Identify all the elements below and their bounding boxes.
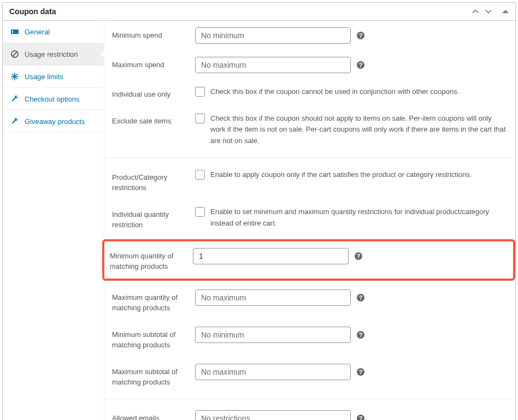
coupon-data-panel: Coupon data General	[2, 2, 516, 420]
divider	[104, 158, 515, 158]
svg-text:?: ?	[359, 415, 363, 420]
row-maximum-quantity: Maximum quantity of matching products ?	[104, 283, 515, 320]
minimum-quantity-input[interactable]	[193, 248, 349, 264]
help-icon[interactable]: ?	[356, 330, 365, 339]
svg-text:?: ?	[359, 32, 363, 39]
allowed-emails-input[interactable]	[195, 410, 351, 420]
row-maximum-spend: Maximum spend ?	[104, 50, 515, 80]
sidebar-item-label: Checkout options	[25, 95, 79, 103]
maximum-subtotal-input[interactable]	[195, 364, 351, 380]
help-icon[interactable]: ?	[356, 31, 365, 40]
individual-use-desc: Check this box if the coupon cannot be u…	[210, 86, 459, 98]
product-category-restrictions-checkbox[interactable]	[195, 170, 205, 180]
sidebar: General Usage restriction Usage limits C…	[3, 21, 104, 420]
help-icon[interactable]: ?	[356, 368, 365, 376]
minimum-subtotal-input[interactable]	[195, 327, 351, 343]
label-maximum-spend: Maximum spend	[112, 57, 195, 70]
svg-line-3	[13, 52, 17, 56]
sidebar-item-label: Giveaway products	[25, 117, 85, 126]
individual-quantity-restriction-checkbox[interactable]	[195, 207, 205, 217]
svg-rect-1	[12, 31, 13, 33]
label-minimum-spend: Minimum spend	[112, 27, 195, 41]
svg-text:?: ?	[357, 253, 361, 259]
ban-icon	[10, 50, 19, 58]
label-individual-use: Individual use only	[112, 86, 195, 100]
individual-quantity-restriction-desc: Enable to set minimum and maximum quanti…	[210, 206, 508, 229]
row-product-category-restrictions: Product/Category restrictions Enable to …	[104, 163, 515, 200]
row-individual-quantity-restriction: Individual quantity restriction Enable t…	[104, 200, 515, 237]
svg-text:?: ?	[359, 332, 363, 338]
panel-controls	[472, 8, 509, 15]
content: Minimum spend ? Maximum spend ?	[104, 21, 515, 420]
exclude-sale-checkbox[interactable]	[195, 114, 205, 123]
row-minimum-quantity: Minimum quantity of matching products ?	[102, 239, 515, 281]
sidebar-item-usage-limits[interactable]: Usage limits	[3, 66, 104, 88]
help-icon[interactable]: ?	[356, 61, 365, 69]
sidebar-item-label: General	[25, 28, 50, 36]
panel-header: Coupon data	[3, 3, 515, 21]
chevron-up-icon[interactable]	[472, 8, 479, 15]
label-exclude-sale: Exclude sale items	[112, 113, 195, 127]
svg-text:?: ?	[359, 62, 363, 68]
help-icon[interactable]: ?	[356, 293, 365, 302]
sidebar-item-label: Usage limits	[25, 73, 63, 81]
individual-use-checkbox[interactable]	[195, 87, 205, 97]
ticket-icon	[10, 27, 19, 36]
panel-title: Coupon data	[9, 7, 56, 16]
row-maximum-subtotal: Maximum subtotal of matching products ?	[104, 357, 515, 394]
chevron-down-icon[interactable]	[485, 8, 492, 15]
row-minimum-spend: Minimum spend ?	[104, 21, 515, 50]
label-minimum-subtotal: Minimum subtotal of matching products	[112, 327, 195, 351]
product-category-restrictions-desc: Enable to apply coupon only if the cart …	[210, 169, 472, 181]
label-product-category-restrictions: Product/Category restrictions	[112, 169, 195, 193]
maximum-quantity-input[interactable]	[195, 289, 351, 306]
divider	[104, 399, 515, 399]
help-icon[interactable]: ?	[356, 414, 365, 420]
exclude-sale-desc: Check this box if the coupon should not …	[210, 113, 508, 147]
row-allowed-emails: Allowed emails ?	[104, 404, 515, 420]
panel-body: General Usage restriction Usage limits C…	[3, 21, 515, 420]
adjust-icon	[10, 72, 19, 81]
sidebar-item-general[interactable]: General	[3, 21, 104, 43]
sidebar-item-usage-restriction[interactable]: Usage restriction	[3, 43, 104, 66]
row-minimum-subtotal: Minimum subtotal of matching products ?	[104, 320, 515, 357]
maximum-spend-input[interactable]	[195, 57, 351, 73]
sidebar-item-giveaway-products[interactable]: Giveaway products	[3, 110, 104, 133]
label-allowed-emails: Allowed emails	[112, 410, 195, 420]
sidebar-item-label: Usage restriction	[25, 50, 78, 58]
svg-text:?: ?	[359, 369, 363, 375]
wrench-icon	[10, 117, 19, 126]
label-minimum-quantity: Minimum quantity of matching products	[110, 248, 193, 272]
wrench-icon	[10, 94, 19, 103]
label-maximum-quantity: Maximum quantity of matching products	[112, 289, 195, 313]
collapse-icon[interactable]	[502, 8, 509, 15]
svg-text:?: ?	[359, 294, 363, 301]
sidebar-item-checkout-options[interactable]: Checkout options	[3, 88, 104, 110]
label-individual-quantity-restriction: Individual quantity restriction	[112, 206, 195, 230]
label-maximum-subtotal: Maximum subtotal of matching products	[112, 364, 195, 388]
minimum-spend-input[interactable]	[195, 27, 351, 44]
row-individual-use: Individual use only Check this box if th…	[104, 80, 515, 107]
row-exclude-sale: Exclude sale items Check this box if the…	[104, 107, 515, 153]
help-icon[interactable]: ?	[354, 252, 363, 261]
